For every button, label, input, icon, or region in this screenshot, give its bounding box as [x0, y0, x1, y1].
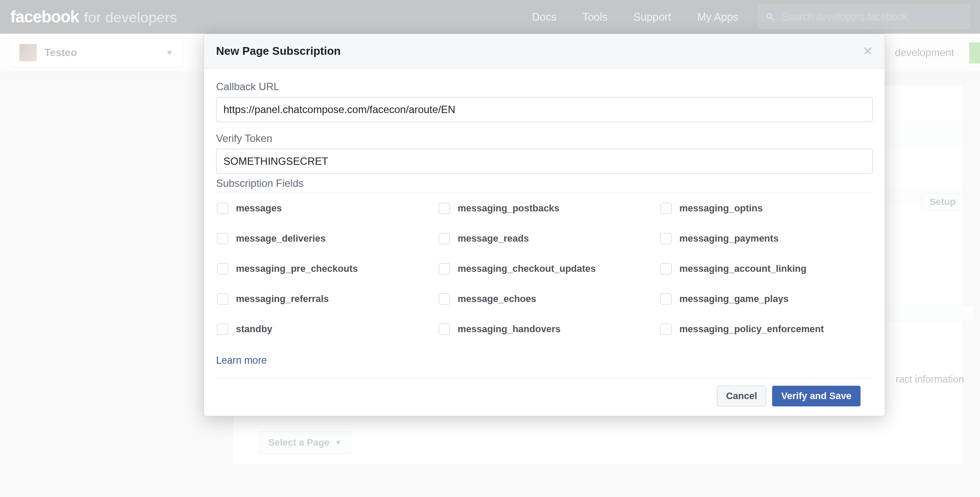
subscription-field-standby[interactable]: standby: [216, 314, 429, 344]
checkbox-messages[interactable]: [217, 203, 228, 214]
subscription-field-messaging-account-linking[interactable]: messaging_account_linking: [660, 254, 873, 284]
subscription-field-label: messaging_handovers: [458, 324, 560, 335]
checkbox-message-echoes[interactable]: [439, 293, 450, 305]
checkbox-messaging-payments[interactable]: [660, 233, 672, 244]
subscription-fields-grid: messagesmessaging_postbacksmessaging_opt…: [216, 193, 873, 344]
subscription-field-messaging-optins[interactable]: messaging_optins: [660, 193, 873, 223]
modal-footer: Cancel Verify and Save: [216, 377, 873, 414]
checkbox-standby[interactable]: [217, 324, 228, 335]
subscription-field-messages[interactable]: messages: [216, 193, 429, 223]
checkbox-messaging-optins[interactable]: [660, 203, 672, 214]
modal-header: New Page Subscription ✕: [204, 34, 885, 69]
checkbox-message-deliveries[interactable]: [217, 233, 228, 244]
checkbox-messaging-referrals[interactable]: [217, 293, 228, 305]
modal-title: New Page Subscription: [216, 44, 341, 58]
subscription-fields-label: Subscription Fields: [216, 177, 873, 189]
subscription-field-label: messaging_checkout_updates: [458, 263, 596, 274]
subscription-field-label: message_reads: [458, 233, 529, 244]
subscription-field-messaging-handovers[interactable]: messaging_handovers: [438, 314, 651, 344]
checkbox-messaging-pre-checkouts[interactable]: [217, 263, 228, 274]
subscription-field-label: standby: [236, 324, 272, 335]
learn-more-link[interactable]: Learn more: [216, 355, 873, 366]
close-icon[interactable]: ✕: [863, 45, 873, 57]
subscription-field-label: messaging_optins: [679, 203, 763, 214]
subscription-field-messaging-checkout-updates[interactable]: messaging_checkout_updates: [438, 254, 651, 284]
cancel-button[interactable]: Cancel: [717, 386, 766, 406]
checkbox-messaging-postbacks[interactable]: [439, 203, 450, 214]
modal-new-page-subscription: New Page Subscription ✕ Callback URL Ver…: [204, 34, 885, 416]
subscription-field-label: messages: [236, 203, 282, 214]
subscription-field-message-reads[interactable]: message_reads: [438, 223, 651, 254]
checkbox-messaging-game-plays[interactable]: [660, 293, 672, 305]
verify-save-button[interactable]: Verify and Save: [772, 386, 861, 406]
checkbox-messaging-account-linking[interactable]: [660, 263, 672, 274]
callback-url-input[interactable]: [216, 97, 873, 122]
subscription-field-label: messaging_policy_enforcement: [679, 324, 824, 335]
modal-body: Callback URL Verify Token Subscription F…: [204, 69, 885, 377]
subscription-field-label: message_deliveries: [236, 233, 326, 244]
subscription-field-label: messaging_account_linking: [679, 263, 807, 274]
verify-token-input[interactable]: [216, 149, 873, 174]
subscription-field-messaging-referrals[interactable]: messaging_referrals: [216, 284, 429, 314]
subscription-field-messaging-policy-enforcement[interactable]: messaging_policy_enforcement: [660, 314, 873, 344]
checkbox-messaging-checkout-updates[interactable]: [439, 263, 450, 274]
subscription-field-message-deliveries[interactable]: message_deliveries: [216, 223, 429, 254]
verify-token-label: Verify Token: [216, 132, 873, 145]
subscription-field-messaging-postbacks[interactable]: messaging_postbacks: [438, 193, 651, 223]
subscription-field-label: messaging_payments: [679, 233, 779, 244]
checkbox-messaging-policy-enforcement[interactable]: [660, 324, 672, 335]
subscription-field-label: messaging_pre_checkouts: [236, 263, 358, 274]
subscription-field-messaging-pre-checkouts[interactable]: messaging_pre_checkouts: [216, 254, 429, 284]
subscription-field-label: messaging_referrals: [236, 293, 329, 305]
subscription-field-messaging-payments[interactable]: messaging_payments: [660, 223, 873, 254]
subscription-field-label: messaging_postbacks: [458, 203, 559, 214]
subscription-field-message-echoes[interactable]: message_echoes: [438, 284, 651, 314]
callback-url-label: Callback URL: [216, 81, 873, 93]
subscription-field-messaging-game-plays[interactable]: messaging_game_plays: [660, 284, 873, 314]
subscription-field-label: messaging_game_plays: [679, 293, 788, 305]
subscription-field-label: message_echoes: [458, 293, 536, 305]
checkbox-message-reads[interactable]: [439, 233, 450, 244]
checkbox-messaging-handovers[interactable]: [439, 324, 450, 335]
